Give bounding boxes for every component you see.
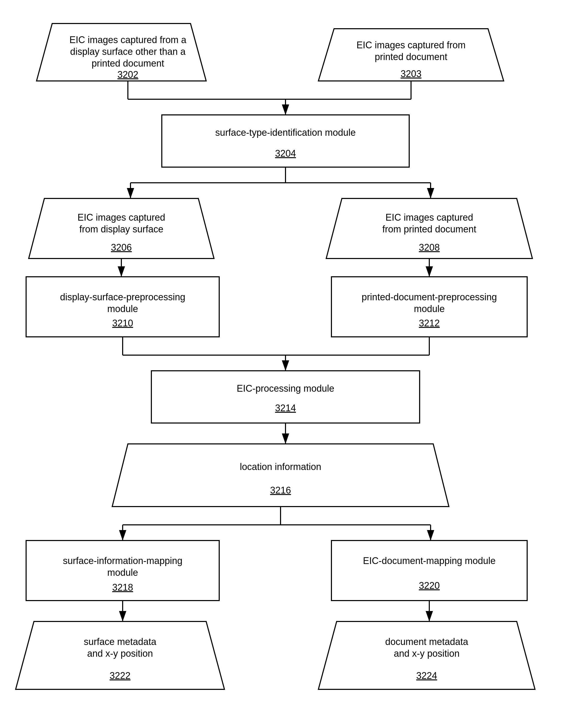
svg-text:display surface other than a: display surface other than a — [70, 46, 186, 57]
svg-text:EIC images captured from: EIC images captured from — [356, 40, 466, 50]
node-3208: EIC images captured from printed documen… — [326, 198, 532, 258]
svg-text:EIC images captured from a: EIC images captured from a — [70, 34, 187, 45]
node-3218: surface-information-mapping module 3218 — [26, 540, 219, 601]
svg-text:module: module — [107, 303, 138, 314]
node-3214: EIC-processing module 3214 — [151, 371, 420, 423]
svg-text:surface-type-identification mo: surface-type-identification module — [215, 127, 356, 138]
svg-text:and x-y position: and x-y position — [394, 648, 460, 659]
svg-text:3206: 3206 — [111, 242, 132, 253]
svg-rect-63 — [331, 540, 527, 601]
svg-text:printed document: printed document — [375, 51, 447, 62]
svg-text:3210: 3210 — [112, 318, 133, 328]
svg-text:3214: 3214 — [275, 403, 296, 413]
flowchart-diagram: EIC images captured from a display surfa… — [0, 0, 571, 728]
svg-text:printed document: printed document — [92, 58, 164, 69]
node-3224: document metadata and x-y position 3224 — [318, 621, 535, 689]
node-3216: location information 3216 — [112, 444, 449, 507]
svg-text:3222: 3222 — [110, 670, 130, 681]
svg-text:EIC images captured: EIC images captured — [385, 212, 473, 223]
svg-text:surface-information-mapping: surface-information-mapping — [63, 555, 183, 566]
svg-text:3216: 3216 — [270, 485, 291, 496]
svg-text:display-surface-preprocessing: display-surface-preprocessing — [60, 292, 185, 302]
svg-marker-51 — [112, 444, 449, 507]
svg-text:3224: 3224 — [416, 670, 437, 681]
svg-text:from display surface: from display surface — [79, 224, 163, 234]
svg-text:module: module — [107, 567, 138, 578]
svg-text:3202: 3202 — [117, 69, 138, 80]
node-3212: printed-document-preprocessing module 32… — [331, 277, 527, 337]
svg-text:3203: 3203 — [401, 69, 422, 79]
svg-rect-47 — [151, 371, 420, 423]
node-3220: EIC-document-mapping module 3220 — [331, 540, 527, 601]
svg-text:3218: 3218 — [112, 582, 133, 593]
node-3210: display-surface-preprocessing module 321… — [26, 277, 219, 337]
svg-text:EIC-processing module: EIC-processing module — [237, 383, 334, 394]
svg-text:surface metadata: surface metadata — [84, 636, 156, 647]
svg-text:EIC-document-mapping module: EIC-document-mapping module — [363, 555, 495, 566]
node-3202: EIC images captured from a display surfa… — [36, 23, 206, 81]
svg-text:3204: 3204 — [275, 148, 296, 159]
svg-text:3212: 3212 — [419, 318, 440, 328]
svg-text:printed-document-preprocessing: printed-document-preprocessing — [362, 292, 497, 302]
node-3222: surface metadata and x-y position 3222 — [16, 621, 224, 689]
svg-text:and x-y position: and x-y position — [87, 648, 153, 659]
svg-text:EIC images captured: EIC images captured — [78, 212, 165, 223]
svg-rect-16 — [162, 115, 409, 167]
svg-text:document metadata: document metadata — [385, 636, 468, 647]
node-3203: EIC images captured from printed documen… — [318, 29, 504, 81]
svg-text:3208: 3208 — [419, 242, 440, 253]
svg-text:module: module — [414, 303, 445, 314]
svg-text:3220: 3220 — [419, 580, 440, 591]
node-3204: surface-type-identification module 3204 — [162, 115, 409, 167]
node-3206: EIC images captured from display surface… — [29, 198, 214, 258]
svg-text:location information: location information — [240, 461, 321, 472]
svg-text:from printed document: from printed document — [382, 224, 476, 234]
